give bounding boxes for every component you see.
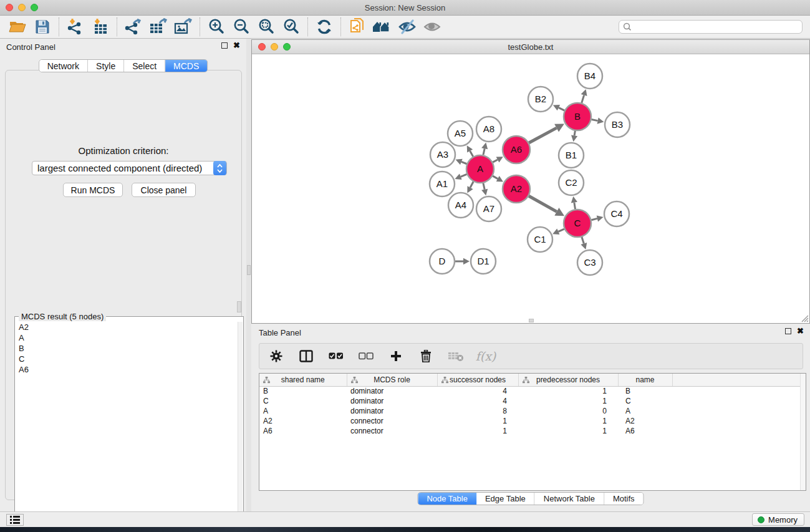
network-zoom-button[interactable]	[283, 43, 291, 51]
node-table-header[interactable]: shared nameMCDS rolesuccessor nodesprede…	[259, 374, 802, 386]
table-cell[interactable]: C	[259, 396, 347, 406]
edge-A-A7[interactable]	[483, 183, 485, 189]
table-cell[interactable]: 1	[518, 396, 618, 406]
column-header-MCDS-role[interactable]: MCDS role	[347, 374, 437, 386]
graph-node-D[interactable]: D	[430, 249, 455, 274]
tab-node-table[interactable]: Node Table	[418, 493, 476, 505]
tab-network[interactable]: Network	[39, 60, 88, 72]
edge-A2-C[interactable]	[529, 196, 557, 211]
graph-node-A3[interactable]: A3	[430, 142, 455, 167]
table-cell[interactable]: connector	[347, 416, 437, 426]
graph-node-A1[interactable]: A1	[430, 172, 455, 196]
edge-B-B1[interactable]	[574, 131, 575, 136]
resize-grip-icon[interactable]	[800, 314, 809, 322]
graph-node-B2[interactable]: B2	[528, 87, 553, 112]
zoom-out-button[interactable]	[229, 17, 254, 37]
edge-A-A1[interactable]	[461, 174, 467, 177]
graph-node-C4[interactable]: C4	[604, 201, 629, 226]
control-panel-scrollbar-thumb[interactable]	[237, 301, 241, 312]
table-cell[interactable]: 1	[518, 386, 618, 396]
table-cell[interactable]: 1	[518, 416, 618, 426]
table-cell[interactable]: dominator	[347, 386, 437, 396]
search-input[interactable]	[619, 20, 803, 34]
graph-node-A7[interactable]: A7	[476, 196, 501, 221]
run-mcds-button[interactable]: Run MCDS	[63, 183, 123, 197]
tab-select[interactable]: Select	[124, 60, 165, 72]
table-cell[interactable]: A2	[259, 416, 347, 426]
table-cell[interactable]: 0	[518, 406, 618, 416]
mcds-result-scrollbar[interactable]	[238, 322, 243, 529]
graph-node-B3[interactable]: B3	[605, 112, 630, 137]
graph-node-A8[interactable]: A8	[476, 117, 501, 142]
edge-C-C3[interactable]	[582, 237, 584, 244]
close-panel-icon[interactable]: ✖	[233, 42, 240, 49]
table-row[interactable]: Bdominator41B	[259, 386, 802, 396]
edge-B-B3[interactable]	[592, 120, 598, 121]
table-row[interactable]: A2connector11A2	[259, 416, 802, 426]
edge-A6-B[interactable]	[529, 128, 556, 143]
export-network-button[interactable]	[121, 17, 146, 37]
table-row[interactable]: A6connector11A6	[259, 426, 802, 436]
table-cell[interactable]: 4	[437, 386, 518, 396]
node-table[interactable]: shared nameMCDS rolesuccessor nodesprede…	[259, 374, 802, 436]
save-session-button[interactable]	[30, 17, 55, 37]
tab-style[interactable]: Style	[88, 60, 124, 72]
table-cell[interactable]: A6	[259, 426, 347, 436]
memory-button[interactable]: Memory	[752, 513, 804, 526]
graph-node-B1[interactable]: B1	[559, 143, 584, 168]
task-history-button[interactable]	[6, 514, 24, 526]
table-cell[interactable]: connector	[347, 426, 437, 436]
table-cell[interactable]: B	[259, 386, 347, 396]
graph-node-D1[interactable]: D1	[471, 249, 496, 274]
node-table-body[interactable]: Bdominator41BCdominator41CAdominator80AA…	[259, 386, 802, 436]
import-network-button[interactable]	[63, 17, 88, 37]
network-close-button[interactable]	[258, 43, 266, 51]
table-cell[interactable]: 1	[518, 426, 618, 436]
show-all-button[interactable]	[420, 17, 445, 37]
edge-A-A6[interactable]	[493, 160, 498, 162]
vertical-splitter[interactable]	[246, 39, 251, 511]
tab-motifs[interactable]: Motifs	[604, 493, 644, 505]
edge-A-A4[interactable]	[470, 181, 473, 187]
splitter-handle[interactable]	[247, 265, 251, 275]
float-table-panel-icon[interactable]	[785, 328, 791, 334]
tab-edge-table[interactable]: Edge Table	[476, 493, 535, 505]
tab-mcds[interactable]: MCDS	[165, 60, 207, 72]
open-file-button[interactable]	[5, 17, 30, 37]
edge-B-B2[interactable]	[559, 108, 564, 110]
table-cell[interactable]: A6	[618, 426, 672, 436]
table-cell[interactable]: C	[618, 396, 672, 406]
show-columns-button[interactable]	[296, 346, 317, 367]
column-header-predecessor-nodes[interactable]: predecessor nodes	[518, 374, 618, 386]
column-header-name[interactable]: name	[618, 374, 672, 386]
edge-A-A3[interactable]	[461, 162, 467, 163]
select-all-rows-button[interactable]	[325, 346, 347, 367]
table-scrollbar[interactable]	[800, 374, 806, 490]
mcds-result-item[interactable]: A	[16, 332, 237, 343]
float-panel-icon[interactable]	[221, 42, 228, 49]
zoom-selected-button[interactable]	[279, 17, 304, 37]
edge-A-A8[interactable]	[483, 148, 485, 155]
criterion-dropdown[interactable]: largest connected component (directed)	[32, 161, 227, 175]
graph-node-A2[interactable]: A2	[503, 175, 530, 203]
graph-node-C1[interactable]: C1	[528, 227, 552, 252]
mcds-result-item[interactable]: C	[16, 354, 237, 364]
edge-C-C1[interactable]	[558, 229, 564, 231]
delete-column-button[interactable]	[415, 346, 436, 367]
close-panel-button[interactable]: Close panel	[132, 183, 196, 197]
table-cell[interactable]: B	[618, 386, 672, 396]
graph-node-C3[interactable]: C3	[577, 250, 602, 275]
table-cell[interactable]: A	[618, 406, 672, 416]
table-cell[interactable]: dominator	[347, 406, 437, 416]
mcds-result-item[interactable]: A2	[16, 322, 237, 332]
mcds-result-item[interactable]: A6	[16, 364, 237, 375]
export-table-button[interactable]	[146, 17, 171, 37]
graph-node-A[interactable]: A	[466, 155, 494, 183]
graph-node-A4[interactable]: A4	[448, 193, 473, 218]
table-row[interactable]: Adominator80A	[259, 406, 802, 416]
zoom-in-button[interactable]	[204, 17, 229, 37]
apply-layout-button[interactable]	[312, 17, 337, 37]
column-header-shared-name[interactable]: shared name	[259, 374, 347, 386]
edge-A-A2[interactable]	[493, 176, 498, 178]
table-cell[interactable]: 1	[437, 416, 518, 426]
